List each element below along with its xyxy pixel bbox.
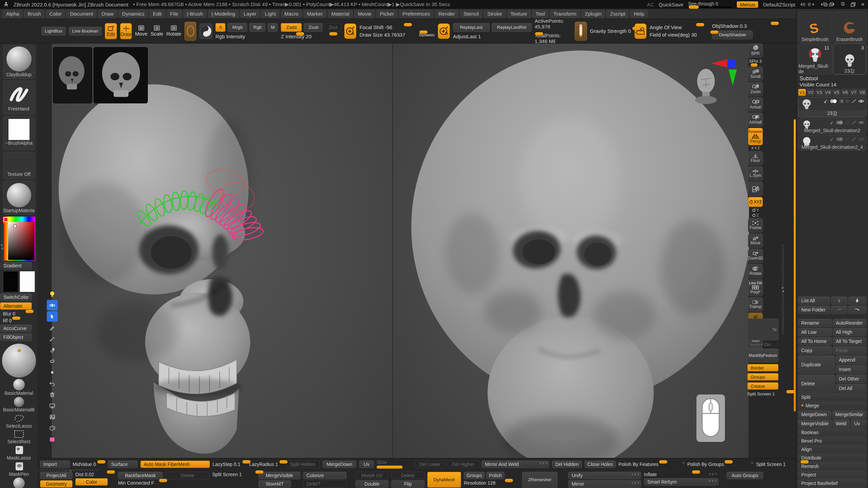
camera-head-widget[interactable] <box>695 66 718 107</box>
zadd-button[interactable]: Zadd <box>281 23 302 32</box>
stroke-dial-icon[interactable]: S <box>344 23 356 39</box>
current-material-thumbnail[interactable] <box>199 23 212 39</box>
mask-by-feature-button[interactable]: MaskByFeature <box>747 349 778 362</box>
eye-tool-button[interactable] <box>47 300 58 310</box>
rotate-button[interactable]: R Rotate <box>166 25 181 37</box>
quickpick-smooth[interactable]: Smooth <box>0 477 38 488</box>
dynamesh-button[interactable]: DynaMesh <box>427 472 461 488</box>
section-distribute[interactable]: Distribute <box>798 454 866 462</box>
duplicate-button[interactable]: Duplicate <box>798 355 835 373</box>
subtool-item-2[interactable]: Merged_Skull-decimation2 <box>798 118 866 134</box>
trash-icon[interactable] <box>47 389 58 400</box>
mergevisible-button[interactable]: MergeVisible <box>798 420 832 428</box>
auto-groups-button[interactable]: Auto Groups <box>727 472 763 479</box>
move-button[interactable]: M Move <box>135 25 147 37</box>
zcut-button[interactable]: Zcut <box>325 23 341 32</box>
menu-stroke[interactable]: Stroke <box>484 10 505 18</box>
visible-count-slider[interactable]: Visible Count 14 <box>798 82 866 87</box>
menu-alpha[interactable]: Alpha <box>3 10 22 18</box>
group-into-button[interactable] <box>848 306 866 314</box>
ungroup-button[interactable] <box>831 306 847 314</box>
subtool-drop-icon[interactable] <box>829 137 834 141</box>
polypaint-toggle-icon[interactable] <box>829 99 837 103</box>
section-boolean[interactable]: Boolean <box>798 428 866 436</box>
visibility-eye-icon[interactable] <box>858 99 864 103</box>
groups-button[interactable]: Groups <box>747 373 778 381</box>
gravity-strength-slider[interactable]: Gravity Strength 0 <box>590 28 632 34</box>
tab-v1[interactable]: V1 <box>798 89 806 96</box>
move-canvas-button[interactable]: Move <box>748 233 763 248</box>
subtool-item-3[interactable]: Merged_Skull-decimation2_4 <box>798 135 866 150</box>
del-all-button[interactable]: Del All <box>836 384 866 392</box>
rgb-intensity-slider[interactable]: Rgb Intensity <box>215 34 276 39</box>
draw-size-slider[interactable]: Draw Size 43.76337 <box>359 32 417 38</box>
adjust-last-slider[interactable]: AdjustLast 1 <box>453 34 531 39</box>
tool-thumbnail-merged-skull[interactable]: 11 Merged_Skull-de <box>798 43 832 75</box>
document-canvas[interactable] <box>52 43 749 458</box>
divider-grip-icons[interactable] <box>800 2 815 7</box>
scale-button[interactable]: S Scale <box>151 25 163 37</box>
rotate-canvas-button[interactable]: Rotate <box>748 264 763 278</box>
edit-button[interactable]: Edit <box>105 23 117 39</box>
simplebrush-thumbnail[interactable]: S SimpleBrush <box>798 11 832 42</box>
mrgb-button[interactable]: Mrgb <box>228 23 247 32</box>
subtool-drop-icon[interactable] <box>823 99 828 103</box>
pencil-icon[interactable] <box>47 333 58 344</box>
mergedown-button[interactable]: MergeDown <box>798 410 831 419</box>
menu-material[interactable]: Material <box>328 10 353 18</box>
unify-button[interactable]: x y zUnify <box>568 472 641 479</box>
menu-movie[interactable]: Movie <box>354 10 375 18</box>
light-position-dot[interactable] <box>18 349 21 352</box>
storemt-button[interactable]: StoreMT <box>258 480 291 488</box>
marker-icon[interactable] <box>47 345 58 355</box>
menus-button[interactable]: Menus <box>737 1 758 8</box>
rgb-button[interactable]: Rgb <box>249 23 265 32</box>
append-button[interactable]: Append <box>836 355 866 364</box>
menu-ibrush[interactable]: |-Brush <box>183 10 206 18</box>
all-to-target-button[interactable]: All To Target <box>833 337 866 345</box>
section-project[interactable]: Project <box>798 471 866 479</box>
merge-section[interactable]: Merge <box>798 402 866 409</box>
image-icon[interactable] <box>47 412 58 422</box>
fillobject-button[interactable]: FillObject <box>0 333 32 341</box>
close-button[interactable]: × <box>861 1 865 8</box>
flip-button[interactable]: Flip <box>391 480 425 488</box>
mirror-button[interactable]: x y zMirror <box>568 480 641 488</box>
section-project-basrelief[interactable]: Project BasRelief <box>798 479 866 487</box>
rotate-z-button[interactable]: Z <box>752 213 759 217</box>
quickpick-basicmaterialb[interactable]: BasicMaterialB <box>0 397 38 412</box>
material-preview-sphere[interactable] <box>2 344 36 378</box>
menu-tool[interactable]: Tool <box>532 10 549 18</box>
subtool-item-selected[interactable]: 23강 <box>798 97 866 117</box>
fov-slider[interactable]: Field of view(deg) 30 <box>650 32 709 38</box>
delete-button-1[interactable]: Delete <box>165 472 210 479</box>
menu-light[interactable]: Light <box>261 10 279 18</box>
minimize-button[interactable] <box>841 2 845 6</box>
zoom3d-button[interactable]: Zoom3D <box>748 249 763 263</box>
menu-texture[interactable]: Texture <box>507 10 531 18</box>
menu-brush[interactable]: Brush <box>24 10 44 18</box>
persp-button[interactable]: Dynamic Persp <box>748 128 763 145</box>
ac-toggle[interactable]: AC <box>647 2 654 7</box>
subtool-scrollbar[interactable] <box>794 119 796 411</box>
groups-button-bottom[interactable]: Groups <box>464 472 485 479</box>
angle-of-view-slider[interactable]: Angle Of View <box>650 24 709 30</box>
lazy-mouse-tile[interactable] <box>575 22 587 41</box>
double-button[interactable]: Double <box>355 480 389 488</box>
frame-button[interactable]: Frame <box>748 218 763 232</box>
current-brush-tile[interactable]: ClayBuildup <box>3 45 35 79</box>
default-zscript-button[interactable]: DefaultZScript <box>763 2 795 7</box>
texture-slot[interactable]: Te <box>747 319 778 340</box>
tool-thumbnail-23[interactable]: 3 23강 <box>833 43 866 75</box>
blur-slider[interactable]: Blur 0 <box>3 311 35 317</box>
section-align[interactable]: Align <box>798 445 866 453</box>
rotate-y-button[interactable]: Y <box>752 208 759 212</box>
border-button[interactable]: Border <box>747 364 778 371</box>
split-section[interactable]: Split <box>798 393 866 401</box>
quicksave-button[interactable]: QuickSave <box>659 2 684 7</box>
tab-v3[interactable]: V3 <box>815 89 823 96</box>
split-screen-slider-1[interactable]: Split Screen 1 <box>756 462 793 467</box>
all-high-button[interactable]: All High <box>833 328 866 336</box>
paint-slash-icon[interactable] <box>851 137 856 141</box>
del-hidden-button[interactable]: Del Hidden <box>552 461 582 468</box>
